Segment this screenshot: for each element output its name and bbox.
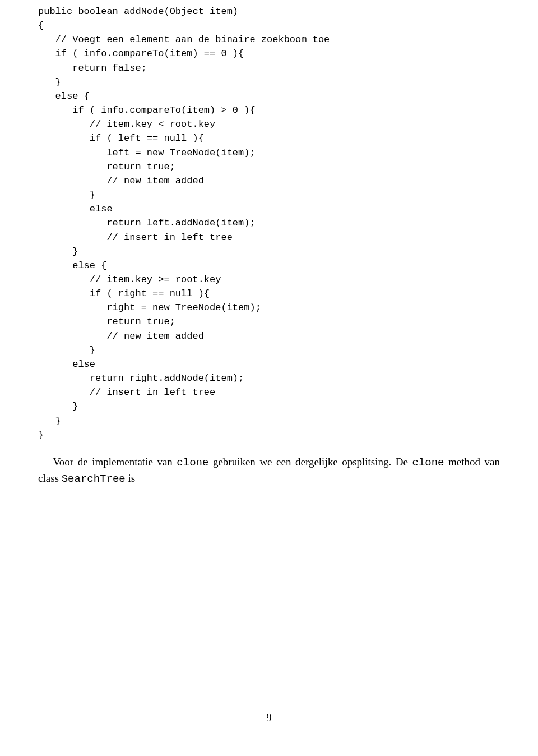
code-line: else { (38, 260, 106, 271)
code-line: // Voegt een element aan de binaire zoek… (38, 34, 330, 45)
code-line: // insert in left tree (38, 387, 215, 398)
code-line: if ( left == null ){ (38, 133, 204, 144)
inline-code: clone (177, 457, 208, 469)
code-line: return true; (38, 162, 175, 172)
code-block: public boolean addNode(Object item) { //… (38, 4, 500, 442)
code-line: else (38, 204, 113, 214)
code-line: return true; (38, 316, 175, 327)
code-line: public boolean addNode(Object item) (38, 6, 238, 17)
paragraph-text: is (126, 472, 135, 484)
code-line: else { (38, 91, 90, 102)
code-line: // new item added (38, 176, 204, 186)
code-line: } (38, 430, 44, 440)
code-line: return right.addNode(item); (38, 373, 244, 384)
code-line: } (38, 246, 78, 257)
code-line: return left.addNode(item); (38, 218, 256, 228)
code-line: // new item added (38, 331, 204, 342)
code-line: // insert in left tree (38, 232, 233, 243)
code-line: } (38, 401, 78, 412)
code-line: // item.key < root.key (38, 119, 215, 130)
code-line: left = new TreeNode(item); (38, 147, 256, 158)
code-line: // item.key >= root.key (38, 274, 221, 285)
code-line: } (38, 190, 95, 200)
code-line: } (38, 77, 61, 87)
code-line: } (38, 416, 61, 426)
code-line: if ( info.compareTo(item) > 0 ){ (38, 105, 256, 116)
inline-code: clone (412, 457, 444, 469)
page-number: 9 (0, 711, 538, 726)
code-line: if ( info.compareTo(item) == 0 ){ (38, 48, 244, 59)
code-line: right = new TreeNode(item); (38, 302, 261, 313)
code-line: } (38, 345, 95, 356)
code-line: else (38, 359, 95, 370)
paragraph-text: gebruiken we een dergelijke opsplitsing.… (208, 456, 412, 468)
paragraph: Voor de implementatie van clone gebruike… (38, 454, 500, 487)
code-line: return false; (38, 63, 147, 73)
paragraph-text: Voor de implementatie van (53, 456, 177, 468)
code-line: { (38, 20, 44, 31)
code-line: if ( right == null ){ (38, 288, 210, 299)
inline-code: SearchTree (62, 473, 126, 485)
